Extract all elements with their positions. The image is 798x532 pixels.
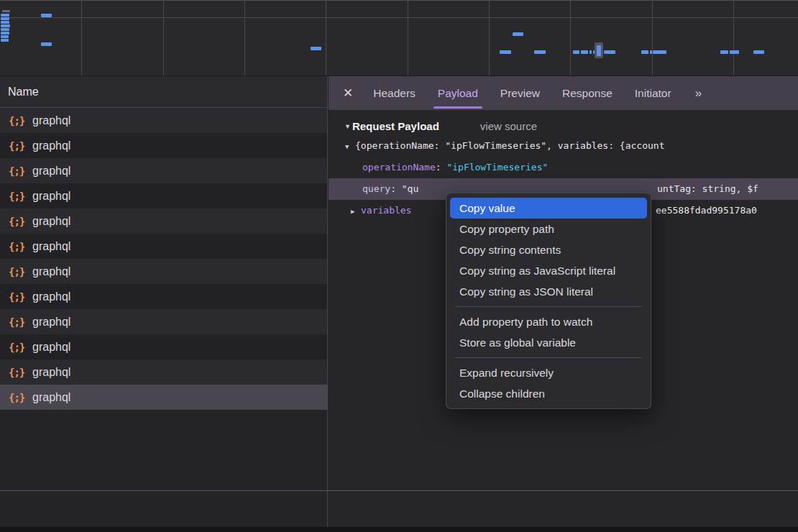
property-value-start: "qu <box>402 183 418 194</box>
selected-request-marker <box>595 42 603 58</box>
menu-item-copy-property-path[interactable]: Copy property path <box>450 219 647 239</box>
waterfall-gridline <box>733 1 734 75</box>
request-timing-bar <box>500 50 511 54</box>
request-row[interactable]: {;}graphql <box>0 284 327 309</box>
request-name-label: graphql <box>32 215 70 228</box>
waterfall-gridline <box>326 1 326 75</box>
property-key: query <box>362 183 390 194</box>
request-timing-bar <box>1 14 9 17</box>
menu-item-copy-value[interactable]: Copy value <box>450 198 647 219</box>
menu-item-copy-string-contents[interactable]: Copy string contents <box>450 239 647 260</box>
request-timing-bar <box>513 32 523 36</box>
waterfall-gridline <box>489 1 490 75</box>
key-separator: : <box>390 183 402 194</box>
waterfall-gridline <box>81 1 82 75</box>
context-menu: Copy valueCopy property pathCopy string … <box>446 193 651 409</box>
tab-initiator[interactable]: Initiator <box>635 76 671 110</box>
menu-item-add-property-path-to-watch[interactable]: Add property path to watch <box>450 311 647 332</box>
waterfall-gridline <box>652 1 653 75</box>
json-braces-icon: {;} <box>9 266 26 278</box>
request-name-label: graphql <box>32 139 70 152</box>
request-name-label: graphql <box>32 114 70 127</box>
json-braces-icon: {;} <box>9 115 26 127</box>
property-value-end: ee5588fdad995178a0 <box>656 200 757 221</box>
menu-item-expand-recursively[interactable]: Expand recursively <box>450 362 647 383</box>
selected-request-bar <box>597 45 601 56</box>
window-bottom-edge <box>0 527 798 532</box>
tab-headers[interactable]: Headers <box>373 76 416 110</box>
request-timing-bar <box>753 50 764 54</box>
request-row[interactable]: {;}graphql <box>0 133 327 158</box>
menu-item-copy-string-as-json-literal[interactable]: Copy string as JSON literal <box>450 281 647 302</box>
property-value: "ipFlowTimeseries" <box>446 162 548 173</box>
request-name-label: graphql <box>32 190 70 203</box>
root-preview-text: {operationName: "ipFlowTimeseries", vari… <box>355 140 664 151</box>
property-key: operationName <box>362 162 436 173</box>
menu-item-store-as-global-variable[interactable]: Store as global variable <box>450 332 647 353</box>
request-name-label: graphql <box>32 391 70 404</box>
request-row[interactable]: {;}graphql <box>0 334 327 359</box>
request-row[interactable]: {;}graphql <box>0 259 327 284</box>
request-name-label: graphql <box>32 366 70 379</box>
request-timing-bar <box>1 28 9 31</box>
json-braces-icon: {;} <box>9 367 26 378</box>
requests-table: Name {;}graphql{;}graphql{;}graphql{;}gr… <box>0 76 328 527</box>
json-braces-icon: {;} <box>9 316 26 328</box>
waterfall-gridline <box>0 17 798 18</box>
request-row[interactable]: {;}graphql <box>0 359 327 385</box>
waterfall-gridline <box>163 1 164 75</box>
network-overview-waterfall[interactable] <box>0 0 798 76</box>
request-row[interactable]: {;}graphql <box>0 183 327 208</box>
json-braces-icon: {;} <box>9 291 26 303</box>
json-braces-icon: {;} <box>9 191 26 202</box>
request-timing-bar <box>1 32 9 35</box>
request-rows: {;}graphql{;}graphql{;}graphql{;}graphql… <box>0 108 327 410</box>
request-name-label: graphql <box>32 316 70 329</box>
request-row[interactable]: {;}graphql <box>0 234 327 259</box>
property-key: variables <box>361 205 411 216</box>
tab-preview[interactable]: Preview <box>500 76 540 110</box>
request-timing-bar <box>720 50 728 54</box>
menu-separator <box>455 357 642 358</box>
request-row[interactable]: {;}graphql <box>0 108 327 133</box>
request-timing-bar <box>653 50 666 54</box>
expand-triangle-icon[interactable]: ▼ <box>345 136 355 157</box>
request-timing-bar <box>604 50 615 54</box>
request-timing-bar <box>1 39 9 42</box>
request-timing-bar <box>41 42 52 46</box>
key-separator: : <box>436 162 447 173</box>
request-timing-bar <box>1 17 9 20</box>
request-timing-bar <box>581 50 588 54</box>
section-title: Request Payload <box>352 120 439 132</box>
collapse-triangle-icon[interactable]: ▼ <box>344 123 351 130</box>
column-header-name[interactable]: Name <box>0 76 327 108</box>
tab-response[interactable]: Response <box>562 76 613 110</box>
request-timing-bar <box>1 24 10 27</box>
request-payload-section-header[interactable]: ▼ Request Payload view source <box>329 120 798 132</box>
request-row[interactable]: {;}graphql <box>0 208 327 234</box>
payload-row-operationname[interactable]: operationName: "ipFlowTimeseries" <box>329 157 798 178</box>
json-braces-icon: {;} <box>9 241 26 252</box>
summary-divider <box>0 490 798 491</box>
menu-item-collapse-children[interactable]: Collapse children <box>450 383 647 404</box>
request-timing-bar <box>534 50 546 54</box>
request-row[interactable]: {;}graphql <box>0 158 327 183</box>
waterfall-gridline <box>408 1 408 75</box>
expand-triangle-icon[interactable]: ▶ <box>351 201 361 221</box>
request-timing-bar <box>573 50 579 54</box>
payload-root-row[interactable]: ▼{operationName: "ipFlowTimeseries", var… <box>329 135 798 157</box>
close-icon[interactable]: ✕ <box>343 86 353 101</box>
request-timing-bar <box>650 50 652 54</box>
request-timing-bar <box>730 50 739 54</box>
request-timing-bar <box>641 50 648 54</box>
request-timing-bar <box>1 21 9 24</box>
request-name-label: graphql <box>32 165 70 178</box>
more-tabs-icon[interactable]: » <box>695 86 700 101</box>
request-row[interactable]: {;}graphql <box>0 309 327 334</box>
view-source-link[interactable]: view source <box>480 120 537 132</box>
json-braces-icon: {;} <box>9 140 26 152</box>
menu-item-copy-string-as-javascript-literal[interactable]: Copy string as JavaScript literal <box>450 260 647 281</box>
tab-payload[interactable]: Payload <box>438 76 478 110</box>
json-braces-icon: {;} <box>9 216 26 227</box>
request-row[interactable]: {;}graphql <box>0 385 327 410</box>
